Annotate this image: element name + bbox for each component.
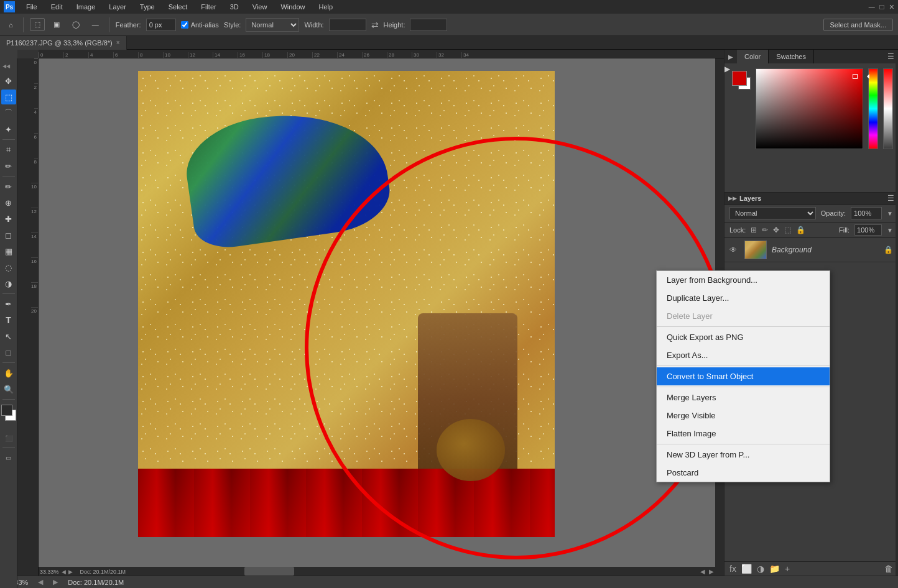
fill-input[interactable] [854,224,882,236]
canvas-area[interactable]: ▶ ◀ 33.33% ◀ ▶ Doc: 20.1M/20.1M [39,58,724,576]
ctx-quick-export[interactable]: Quick Export as PNG [657,328,830,346]
add-fx-button[interactable]: fx [729,564,736,574]
shape-tool[interactable]: □ [1,345,16,360]
move-tool[interactable]: ✥ [1,73,16,88]
ctx-export-as[interactable]: Export As... [657,346,830,364]
gradient-tool[interactable]: ▦ [1,244,16,259]
ctx-flatten-image[interactable]: Flatten Image [657,425,830,443]
tools-collapse[interactable]: ◀◀ [1,61,16,71]
menu-window[interactable]: Window [278,2,307,12]
crop-tool[interactable]: ⌗ [1,142,16,157]
document-tab[interactable]: P1160237.JPG @ 33,3% (RGB/8*) × [0,36,127,50]
pen-tool[interactable]: ✒ [1,296,16,311]
color-triangle[interactable]: ▶ [724,65,730,73]
path-selection-tool[interactable]: ↖ [1,329,16,344]
scroll-left-arrow[interactable]: ◀ [700,568,705,575]
single-row-marquee[interactable]: ― [88,19,103,30]
clone-stamp-tool[interactable]: ⊕ [1,195,16,210]
add-mask-button[interactable]: ⬜ [741,564,752,574]
ctx-convert-smart-object[interactable]: Convert to Smart Object [657,367,830,385]
scroll-right-arrow[interactable]: ▶ [709,568,714,575]
swatches-tab[interactable]: Swatches [769,50,814,63]
foreground-color[interactable] [1,405,12,416]
height-input[interactable] [410,19,447,31]
fg-color-box[interactable] [732,71,747,86]
menu-image[interactable]: Image [74,2,98,12]
lock-position-icon[interactable]: ✏ [762,226,768,234]
lock-move-icon[interactable]: ✥ [773,226,779,234]
menu-file[interactable]: File [24,2,40,12]
status-arrow-right[interactable]: ▶ [53,578,58,586]
canvas-arrow-left[interactable]: ◀ [62,569,66,575]
marquee-tool[interactable]: ⬚ [1,90,16,104]
screen-mode-button[interactable]: ▭ [1,450,16,465]
menu-view[interactable]: View [250,2,270,12]
style-select[interactable]: Normal Fixed Ratio Fixed Size [246,18,299,32]
opacity-input[interactable] [851,207,882,219]
swap-icon[interactable]: ⇄ [371,20,379,30]
select-mask-button[interactable]: Select and Mask... [823,19,894,31]
lock-all-icon[interactable]: 🔒 [796,226,805,234]
lock-artboard-icon[interactable]: ⬚ [784,226,791,234]
lasso-tool[interactable]: ⌒ [1,106,16,121]
menu-3d[interactable]: 3D [228,2,241,12]
maximize-btn[interactable]: □ [880,2,884,11]
ctx-merge-visible[interactable]: Merge Visible [657,407,830,425]
feather-input[interactable] [146,19,176,31]
opacity-spectrum[interactable] [883,68,893,149]
tab-close-button[interactable]: × [116,39,120,46]
menu-filter[interactable]: Filter [198,2,218,12]
close-btn[interactable]: × [889,2,894,12]
width-input[interactable] [329,19,366,31]
zoom-tool[interactable]: 🔍 [1,382,16,397]
menu-type[interactable]: Type [137,2,157,12]
eraser-tool[interactable]: ◻ [1,227,16,242]
fill-chevron[interactable]: ▼ [887,227,893,234]
rectangular-marquee-tool[interactable]: ⬚ [30,18,45,31]
lock-pixels-icon[interactable]: ⊞ [751,226,757,234]
layers-collapse-icon[interactable]: ▶▶ [728,195,737,201]
dodge-tool[interactable]: ◑ [1,276,16,291]
menu-layer[interactable]: Layer [106,2,129,12]
blur-tool[interactable]: ◌ [1,260,16,275]
hand-tool[interactable]: ✋ [1,365,16,380]
menu-select[interactable]: Select [166,2,190,12]
create-group-button[interactable]: 📁 [769,564,780,574]
ctx-layer-from-bg[interactable]: Layer from Background... [657,271,830,289]
canvas-arrow-right[interactable]: ▶ [68,569,73,575]
anti-alias-checkbox[interactable] [181,21,188,29]
minimize-btn[interactable]: ─ [869,2,875,12]
create-new-fill-button[interactable]: ◑ [757,564,764,574]
brush-tool[interactable]: ✏ [1,179,16,194]
status-bar: 33.33% ◀ ▶ Doc: 20.1M/20.1M [0,576,898,588]
healing-brush-tool[interactable]: ✚ [1,211,16,226]
layer-row-background[interactable]: 👁 Background 🔒 [724,238,898,262]
elliptical-marquee[interactable]: ◯ [68,19,83,30]
create-layer-button[interactable]: + [785,564,790,574]
ctx-delete-layer[interactable]: Delete Layer [657,307,830,325]
layers-menu-icon[interactable]: ☰ [887,194,894,203]
home-button[interactable]: ⌂ [5,19,17,30]
color-spectrum[interactable] [868,68,878,149]
type-tool[interactable]: T [1,313,16,328]
ctx-postcard[interactable]: Postcard [657,464,830,482]
canvas-scroll-bottom[interactable]: ▶ ◀ [39,567,724,576]
rounded-rect-marquee[interactable]: ▣ [50,19,63,30]
collapse-icon[interactable]: ▶ [724,53,737,60]
menu-edit[interactable]: Edit [49,2,65,12]
eyedropper-tool[interactable]: ✏ [1,158,16,173]
ctx-duplicate-layer[interactable]: Duplicate Layer... [657,289,830,307]
panel-menu-icon[interactable]: ☰ [887,52,894,61]
blend-mode-select[interactable]: Normal Multiply Screen [729,207,816,219]
layer-visibility-icon[interactable]: 👁 [729,246,739,254]
magic-wand-tool[interactable]: ✦ [1,122,16,137]
ctx-merge-layers[interactable]: Merge Layers [657,388,830,407]
color-tab[interactable]: Color [737,50,769,63]
status-arrow-left[interactable]: ◀ [38,578,43,586]
menu-help[interactable]: Help [317,2,336,12]
quick-mask-tool[interactable]: ⬛ [1,432,16,444]
opacity-chevron[interactable]: ▼ [887,210,893,217]
delete-layer-button[interactable]: 🗑 [884,564,893,574]
ctx-new-3d-layer[interactable]: New 3D Layer from P... [657,446,830,464]
color-gradient-picker[interactable] [756,68,863,149]
